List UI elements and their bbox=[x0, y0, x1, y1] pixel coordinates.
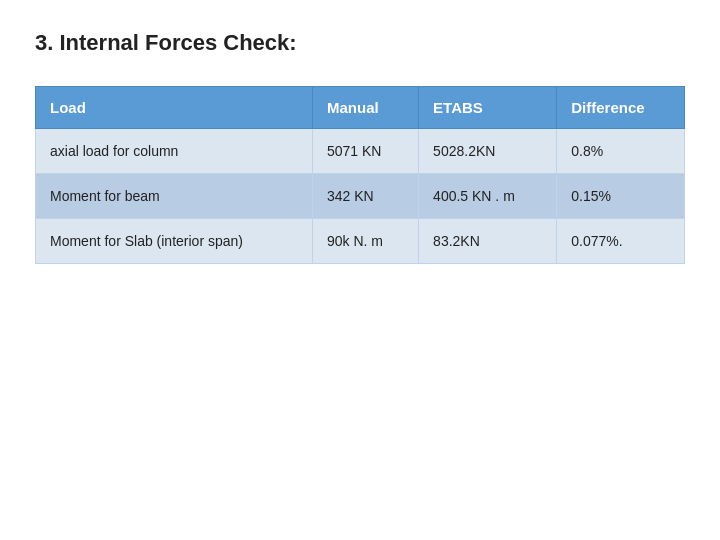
cell-difference: 0.8% bbox=[557, 129, 685, 174]
header-load: Load bbox=[36, 87, 313, 129]
cell-load: axial load for column bbox=[36, 129, 313, 174]
table-row: Moment for beam342 KN400.5 KN . m0.15% bbox=[36, 174, 685, 219]
header-etabs: ETABS bbox=[419, 87, 557, 129]
cell-load: Moment for beam bbox=[36, 174, 313, 219]
header-manual: Manual bbox=[313, 87, 419, 129]
cell-etabs: 83.2KN bbox=[419, 219, 557, 264]
cell-manual: 90k N. m bbox=[313, 219, 419, 264]
cell-etabs: 400.5 KN . m bbox=[419, 174, 557, 219]
table-row: Moment for Slab (interior span)90k N. m8… bbox=[36, 219, 685, 264]
cell-difference: 0.077%. bbox=[557, 219, 685, 264]
table-header-row: Load Manual ETABS Difference bbox=[36, 87, 685, 129]
page-title: 3. Internal Forces Check: bbox=[35, 30, 685, 56]
cell-etabs: 5028.2KN bbox=[419, 129, 557, 174]
cell-difference: 0.15% bbox=[557, 174, 685, 219]
cell-load: Moment for Slab (interior span) bbox=[36, 219, 313, 264]
table-row: axial load for column5071 KN5028.2KN0.8% bbox=[36, 129, 685, 174]
cell-manual: 5071 KN bbox=[313, 129, 419, 174]
header-difference: Difference bbox=[557, 87, 685, 129]
internal-forces-table: Load Manual ETABS Difference axial load … bbox=[35, 86, 685, 264]
cell-manual: 342 KN bbox=[313, 174, 419, 219]
